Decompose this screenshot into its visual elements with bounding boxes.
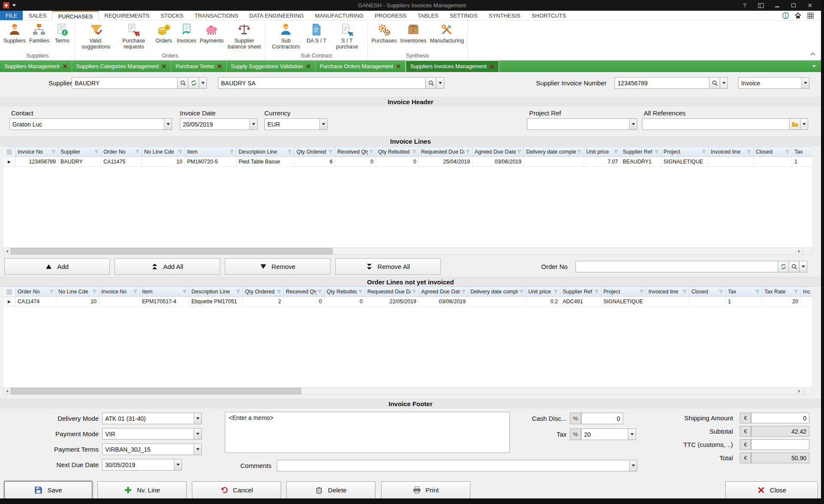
menu-item-shortcuts[interactable]: SHORTCUTS — [526, 11, 572, 20]
ribbon-button-inventories[interactable]: Inventories — [399, 21, 428, 45]
scrollbar-track[interactable] — [11, 247, 796, 255]
supplier-name-dropdown-button[interactable] — [436, 77, 444, 89]
filter-icon[interactable] — [785, 150, 790, 154]
tab-close-icon[interactable] — [306, 64, 311, 69]
scrollbar-thumb[interactable] — [11, 388, 301, 394]
filter-icon[interactable] — [412, 290, 416, 294]
scrollbar-thumb[interactable] — [11, 248, 333, 254]
tab-suppliers-invoices-management[interactable]: Suppliers Invoices Management — [406, 60, 499, 72]
invoice-number-input[interactable]: 123456789 — [615, 77, 709, 89]
invoice-number-search-button[interactable] — [709, 77, 720, 89]
ribbon-button-suppliers[interactable]: Suppliers — [2, 21, 27, 45]
filter-icon[interactable] — [594, 290, 599, 294]
column-header-received-qty[interactable]: Received Qty — [335, 147, 376, 157]
chevron-down-icon[interactable] — [194, 444, 201, 455]
select-all-cell[interactable] — [3, 147, 15, 157]
column-header-invoice-no[interactable]: Invoice No — [15, 147, 58, 157]
tab-close-icon[interactable] — [396, 64, 401, 69]
filter-icon[interactable] — [369, 150, 373, 154]
ttc-input[interactable] — [751, 439, 809, 450]
all-references-input[interactable] — [642, 118, 790, 130]
horizontal-scrollbar[interactable] — [3, 247, 812, 255]
column-header-qty-rebutted[interactable]: Qty Rebutted — [324, 287, 365, 296]
filter-icon[interactable] — [358, 290, 363, 294]
column-header-item[interactable]: Item — [185, 147, 236, 157]
chevron-down-icon[interactable] — [164, 119, 172, 130]
document-type-combo[interactable]: Invoice — [738, 77, 809, 89]
ribbon-button-da-s-t[interactable]: DA S / T — [305, 21, 328, 45]
filter-icon[interactable] — [719, 290, 723, 294]
filter-icon[interactable] — [461, 290, 466, 294]
column-header-unit-price[interactable]: Unit price — [584, 147, 621, 157]
column-header-project[interactable]: Project — [601, 287, 646, 296]
column-header-no-line-cde[interactable]: No Line Cde — [56, 287, 99, 296]
column-header-item[interactable]: Item — [140, 287, 189, 296]
column-header-requested-due-date[interactable]: Requested Due Date — [365, 287, 419, 296]
column-header-tax-rate[interactable]: Tax Rate — [762, 287, 801, 296]
filter-icon[interactable] — [328, 150, 333, 154]
tab-close-icon[interactable] — [63, 64, 67, 69]
scroll-right-button[interactable] — [796, 387, 803, 395]
column-header-order-no[interactable]: Order No — [15, 287, 56, 296]
tab-list-dropdown[interactable] — [812, 60, 821, 72]
chevron-down-icon[interactable] — [174, 459, 182, 470]
chevron-down-icon[interactable] — [249, 119, 257, 130]
remove-all-button[interactable]: Remove All — [335, 258, 441, 275]
select-all-cell[interactable] — [3, 287, 15, 296]
order-no-refresh-button[interactable] — [778, 261, 789, 272]
column-header-invoiced-line[interactable]: Invoiced line — [646, 287, 689, 296]
memo-textarea[interactable]: <Enter a memo> — [225, 412, 510, 453]
order-no-dropdown-button[interactable] — [799, 261, 807, 272]
menu-item-synthesis[interactable]: SYNTHESIS — [483, 11, 526, 20]
column-header-supplier[interactable]: Supplier — [58, 147, 101, 157]
menu-item-purchases[interactable]: PURCHASES — [52, 11, 99, 21]
layout-button[interactable] — [753, 0, 769, 11]
filter-icon[interactable] — [94, 150, 99, 154]
close-window-button[interactable] — [802, 0, 818, 11]
help-button[interactable]: ? — [736, 0, 753, 11]
menu-item-tables[interactable]: TABLES — [412, 11, 444, 20]
filter-icon[interactable] — [236, 290, 240, 294]
column-header-qty-rebutted[interactable]: Qty Rebutted — [376, 147, 419, 157]
column-header-received-qty[interactable]: Received Qty — [284, 287, 324, 296]
column-header-invoice-no[interactable]: Invoice No — [99, 287, 140, 296]
currency-combo[interactable]: EUR — [264, 118, 327, 130]
column-header-inc[interactable]: Inc — [801, 287, 812, 296]
column-header-invoiced-line[interactable]: Invoiced line — [709, 147, 754, 157]
filter-icon[interactable] — [639, 290, 644, 294]
horizontal-scrollbar[interactable] — [3, 387, 812, 395]
filter-icon[interactable] — [519, 290, 524, 294]
column-header-no-line-cde[interactable]: No Line Cde — [142, 147, 185, 157]
filter-icon[interactable] — [49, 290, 54, 294]
project-ref-combo[interactable] — [527, 118, 637, 130]
column-header-closed[interactable]: Closed — [689, 287, 726, 296]
ribbon-button-sub-contractors[interactable]: Sub Contractors — [267, 21, 305, 51]
payment-terms-combo[interactable]: VIRBAN_30J_15 — [102, 444, 202, 455]
filter-icon[interactable] — [182, 290, 187, 294]
maximize-button[interactable] — [785, 0, 802, 11]
all-references-browse-button[interactable] — [789, 118, 800, 130]
column-header-agreed-due-date[interactable]: Agreed Due Date — [473, 147, 524, 157]
menu-item-progress[interactable]: PROGRESS — [369, 11, 412, 20]
row-selector[interactable]: ▶ — [3, 157, 15, 166]
invoice-number-dropdown-button[interactable] — [720, 77, 728, 89]
column-header-description-line[interactable]: Description Line — [236, 147, 294, 157]
table-row[interactable]: ▶CA1147410EPM170517-4Etiquette PM1705120… — [3, 297, 812, 307]
chevron-down-icon[interactable] — [194, 413, 201, 424]
column-header-closed[interactable]: Closed — [754, 147, 792, 157]
shipping-amount-input[interactable]: 0 — [751, 413, 809, 423]
ribbon-button-s-t-purchase[interactable]: S / T purchase — [328, 21, 366, 51]
next-due-date-picker[interactable]: 30/05/2019 — [102, 459, 182, 471]
column-header-order-no[interactable]: Order No — [101, 147, 142, 157]
chevron-down-icon[interactable] — [194, 429, 201, 439]
supplier-dropdown-button[interactable] — [199, 77, 207, 89]
scroll-right-button[interactable] — [796, 247, 803, 255]
filter-icon[interactable] — [755, 290, 760, 294]
filter-icon[interactable] — [577, 150, 582, 154]
column-header-tax[interactable]: Tax — [792, 147, 812, 157]
column-header-requested-due-date[interactable]: Requested Due Date — [419, 147, 473, 157]
print-button[interactable]: Print — [381, 481, 470, 499]
column-header-agreed-due-date[interactable]: Agreed Due Date — [419, 287, 468, 296]
menu-item-sales[interactable]: SALES — [23, 11, 52, 20]
filter-icon[interactable] — [277, 290, 281, 294]
